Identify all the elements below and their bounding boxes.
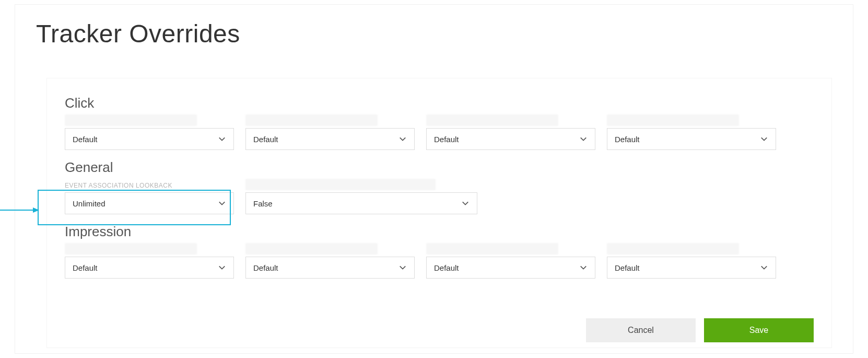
click-row: Default Default Default bbox=[65, 114, 814, 150]
redacted-label bbox=[65, 243, 197, 255]
redacted-label bbox=[426, 243, 558, 255]
overrides-card: Click Default Default Default bbox=[46, 78, 832, 348]
redacted-label bbox=[245, 179, 436, 190]
select-value: Default bbox=[615, 135, 640, 144]
impression-select-1[interactable]: Default bbox=[65, 257, 234, 279]
impression-field-1: Default bbox=[65, 243, 234, 279]
select-value: False bbox=[253, 199, 273, 208]
save-button[interactable]: Save bbox=[704, 318, 814, 342]
redacted-label bbox=[426, 114, 558, 126]
redacted-label bbox=[607, 114, 739, 126]
footer-actions: Cancel Save bbox=[586, 318, 814, 342]
click-field-1: Default bbox=[65, 114, 234, 150]
arrow-annotation bbox=[0, 206, 41, 216]
chevron-down-icon bbox=[398, 263, 407, 272]
general-row: EVENT ASSOCIATION LOOKBACK Unlimited Fal… bbox=[65, 179, 814, 214]
general-field-1: EVENT ASSOCIATION LOOKBACK Unlimited bbox=[65, 182, 234, 214]
chevron-down-icon bbox=[579, 135, 588, 143]
chevron-down-icon bbox=[218, 199, 226, 207]
general-select-2[interactable]: False bbox=[245, 192, 477, 214]
click-field-2: Default bbox=[245, 114, 415, 150]
general-field-2: False bbox=[245, 179, 477, 214]
redacted-label bbox=[65, 114, 197, 126]
chevron-down-icon bbox=[218, 263, 226, 272]
chevron-down-icon bbox=[218, 135, 226, 143]
impression-field-2: Default bbox=[245, 243, 415, 279]
section-heading-impression: Impression bbox=[65, 224, 814, 240]
click-field-4: Default bbox=[607, 114, 776, 150]
page-title: Tracker Overrides bbox=[36, 19, 853, 48]
section-heading-general: General bbox=[65, 159, 814, 176]
section-heading-click: Click bbox=[65, 95, 814, 111]
event-association-lookback-select[interactable]: Unlimited bbox=[65, 192, 234, 214]
select-value: Default bbox=[434, 263, 459, 272]
impression-field-4: Default bbox=[607, 243, 776, 279]
redacted-label bbox=[245, 243, 378, 255]
svg-marker-1 bbox=[33, 207, 39, 213]
select-value: Default bbox=[73, 135, 98, 144]
redacted-label bbox=[607, 243, 739, 255]
impression-select-2[interactable]: Default bbox=[245, 257, 415, 279]
chevron-down-icon bbox=[398, 135, 407, 143]
click-select-4[interactable]: Default bbox=[607, 128, 776, 150]
select-value: Unlimited bbox=[73, 199, 105, 208]
select-value: Default bbox=[253, 135, 278, 144]
chevron-down-icon bbox=[461, 199, 470, 207]
cancel-button[interactable]: Cancel bbox=[586, 318, 696, 342]
impression-select-4[interactable]: Default bbox=[607, 257, 776, 279]
click-select-3[interactable]: Default bbox=[426, 128, 595, 150]
select-value: Default bbox=[434, 135, 459, 144]
click-field-3: Default bbox=[426, 114, 595, 150]
impression-select-3[interactable]: Default bbox=[426, 257, 595, 279]
chevron-down-icon bbox=[760, 263, 768, 272]
click-select-1[interactable]: Default bbox=[65, 128, 234, 150]
event-association-lookback-label: EVENT ASSOCIATION LOOKBACK bbox=[65, 182, 234, 189]
select-value: Default bbox=[73, 263, 98, 272]
impression-field-3: Default bbox=[426, 243, 595, 279]
redacted-label bbox=[245, 114, 378, 126]
select-value: Default bbox=[253, 263, 278, 272]
chevron-down-icon bbox=[579, 263, 588, 272]
click-select-2[interactable]: Default bbox=[245, 128, 415, 150]
impression-row: Default Default Default bbox=[65, 243, 814, 279]
chevron-down-icon bbox=[760, 135, 768, 143]
select-value: Default bbox=[615, 263, 640, 272]
